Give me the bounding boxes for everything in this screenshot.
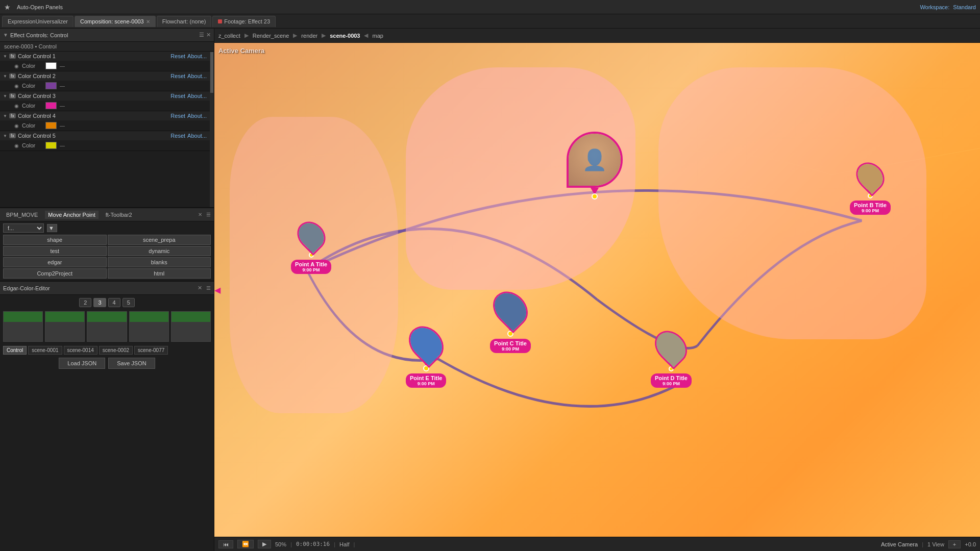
tab-footage-label: Footage: Effect 23 [224,18,270,24]
tab-composition-close[interactable]: ✕ [146,19,150,24]
effect-controls-scrollbar[interactable] [210,52,214,207]
bpm-tab-bpm-move[interactable]: BPM_MOVE [3,211,41,219]
about-btn-1[interactable]: About... [187,53,207,59]
panel-collapse-icon[interactable]: ▼ [3,32,8,38]
color-control-3-header[interactable]: ▼ fx Color Control 3 Reset About... [0,91,210,101]
collapse-icon-1: ▼ [3,54,7,59]
color-swatch-3[interactable] [45,102,57,109]
bpm-tab-toolbar[interactable]: ft-Toolbar2 [103,211,135,219]
edgar-tab-2[interactable]: 2 [79,298,91,307]
viewport-canvas[interactable]: Active Camera [214,43,980,537]
playback-prev-btn[interactable]: ⏪ [237,540,254,548]
tab-footage[interactable]: Footage: Effect 23 [212,16,276,27]
pin-c: Point C Title 9:00 PM [490,290,531,354]
color-control-2-header[interactable]: ▼ fx Color Control 2 Reset About... [0,71,210,81]
pin-center-circle: 👤 [567,132,623,188]
about-btn-2[interactable]: About... [187,73,207,79]
edgar-actions: Load JSON Save JSON [3,358,211,369]
pin-a-title: Point A Title [295,261,327,267]
bpm-tab-move-anchor[interactable]: Move Anchor Point [45,211,98,219]
pin-d: Point D Title 9:00 PM [651,329,692,389]
reset-btn-3[interactable]: Reset [170,93,185,99]
bottom-sep-1: | [290,541,292,547]
bottom-bar: ⏮ ⏪ ▶ 50% | 0:00:03:16 | Half | Active C… [214,537,980,551]
panel-menu-btn[interactable]: ☰ [199,32,204,38]
reset-btn-1[interactable]: Reset [170,53,185,59]
bpm-btn-test[interactable]: test [3,246,107,256]
color-control-4: ▼ fx Color Control 4 Reset About... ◉ Co… [0,111,210,131]
breadcrumb-render-scene[interactable]: Render_scene [253,33,289,39]
bpm-btn-shape[interactable]: shape [3,235,107,245]
panel-menu-btn-bpm[interactable]: ☰ [206,212,211,217]
edgar-header: Edgar-Color-Editor ✕ ☰ [0,282,214,295]
color-swatch-4[interactable] [45,122,57,129]
breadcrumb-render[interactable]: render [301,33,317,39]
panel-close-btn[interactable]: ✕ [206,32,211,38]
bpm-select[interactable]: f... [3,223,44,233]
edgar-scene-0002[interactable]: scene-0002 [99,346,133,355]
about-btn-4[interactable]: About... [187,113,207,119]
bpm-btn-blanks[interactable]: blanks [108,257,211,267]
about-btn-3[interactable]: About... [187,93,207,99]
color-control-5-header[interactable]: ▼ fx Color Control 5 Reset About... [0,131,210,140]
scrollbar-thumb[interactable] [210,52,213,93]
viewport-left-arrow[interactable]: ◀ [214,285,220,295]
pin-e-label: Point E Title 9:00 PM [406,373,446,388]
bottom-sep-2: | [334,541,335,547]
color-icon-1: ◉ [14,63,19,69]
bpm-btn-dynamic[interactable]: dynamic [108,246,211,256]
color-control-1: ▼ fx Color Control 1 Reset About... ◉ Co… [0,52,210,71]
reset-btn-4[interactable]: Reset [170,113,185,119]
tab-flowchart[interactable]: Flowchart: (none) [157,16,212,27]
bottom-sep-4: | [922,541,923,547]
edgar-scene-control[interactable]: Control [3,346,27,355]
load-json-btn[interactable]: Load JSON [59,358,105,369]
bpm-btn-comp2project[interactable]: Comp2Project [3,268,107,279]
about-btn-5[interactable]: About... [187,133,207,139]
color-swatch-1[interactable] [45,62,57,69]
edgar-menu-btn[interactable]: ☰ [206,285,211,291]
playback-play-btn[interactable]: ▶ [258,540,271,548]
color-swatch-2[interactable] [45,82,57,89]
panel-close-btn-bpm[interactable]: ✕ [198,212,202,217]
edgar-scene-0001[interactable]: scene-0001 [28,346,62,355]
edgar-tab-3[interactable]: 3 [93,298,106,307]
pin-a-label: Point A Title 9:00 PM [291,260,331,274]
reset-btn-2[interactable]: Reset [170,73,185,79]
color-control-5: ▼ fx Color Control 5 Reset About... ◉ Co… [0,131,210,151]
plus-val: +0.0 [965,541,976,547]
bpm-btn-edgar[interactable]: edgar [3,257,107,267]
effect-controls-body: ▼ fx Color Control 1 Reset About... ◉ Co… [0,52,210,207]
color-control-2-name: Color Control 2 [18,73,168,79]
edgar-previews [3,311,211,342]
tab-composition[interactable]: Composition: scene-0003 ✕ [75,16,156,27]
bpm-btn-scene-prepa[interactable]: scene_prepa [108,235,211,245]
save-json-btn[interactable]: Save JSON [108,358,155,369]
color-control-4-header[interactable]: ▼ fx Color Control 4 Reset About... [0,111,210,120]
views-label: 1 View [927,541,944,547]
tab-expression[interactable]: ExpressionUniversalizer [2,16,74,27]
playback-start-btn[interactable]: ⏮ [218,540,233,548]
color-control-3-name: Color Control 3 [18,93,168,99]
edgar-tab-4[interactable]: 4 [108,298,120,307]
color-control-1-header[interactable]: ▼ fx Color Control 1 Reset About... [0,52,210,61]
edgar-close-btn[interactable]: ✕ [198,285,202,291]
pin-e: Point E Title 9:00 PM [406,324,446,389]
breadcrumb-scene-0003[interactable]: scene-0003 [330,33,360,39]
add-view-btn[interactable]: + [948,540,961,548]
reset-btn-5[interactable]: Reset [170,133,185,139]
edgar-scene-0014[interactable]: scene-0014 [64,346,97,355]
edgar-tab-5[interactable]: 5 [122,298,135,307]
viewport-area: z_collect ▶ Render_scene ▶ render ▶ scen… [214,29,980,551]
color-swatch-5[interactable] [45,142,57,149]
tab-composition-label: Composition: scene-0003 [80,18,144,24]
bpm-btn-html[interactable]: html [108,268,211,279]
edgar-scene-0077[interactable]: scene-0077 [134,346,168,355]
color-sub-1: ◉ Color — [0,61,210,71]
breadcrumb-map[interactable]: map [372,33,383,39]
bpm-dropdown[interactable]: ▼ [47,224,57,232]
breadcrumb-z-collect[interactable]: z_collect [218,33,240,39]
collapse-icon-4: ▼ [3,114,7,118]
color-sub-2: ◉ Color — [0,81,210,91]
color-control-5-name: Color Control 5 [18,133,168,139]
